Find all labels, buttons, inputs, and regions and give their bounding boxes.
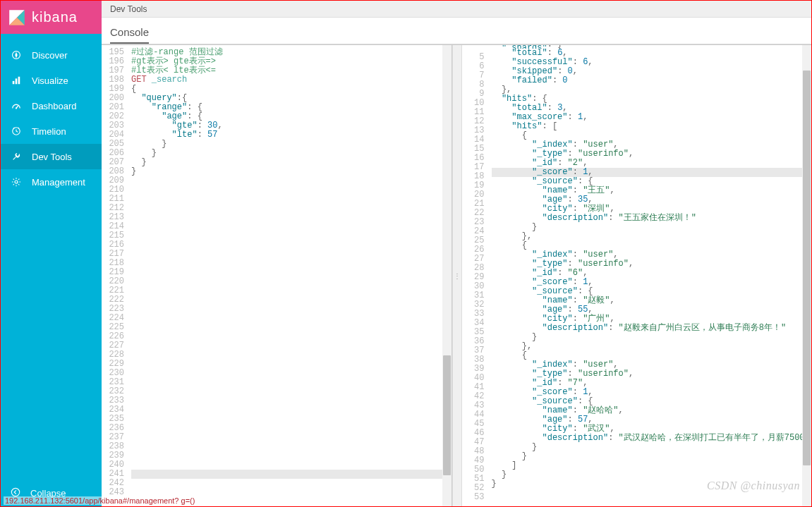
svg-point-6 [15, 181, 18, 183]
svg-rect-3 [18, 77, 20, 85]
sidebar-item-label: Visualize [32, 75, 68, 86]
sidebar-item-dev-tools[interactable]: Dev Tools [1, 144, 102, 169]
editor-area: 1951961971981992002012022032042052062072… [102, 44, 811, 506]
svg-rect-1 [13, 81, 15, 84]
compass-icon [11, 49, 22, 61]
logo[interactable]: kibana [1, 1, 102, 34]
sidebar-item-label: Dev Tools [32, 152, 72, 162]
sidebar-item-discover[interactable]: Discover [1, 42, 102, 68]
sidebar-item-dashboard[interactable]: Dashboard [1, 93, 102, 118]
response-scrollbar[interactable] [802, 45, 811, 506]
tab-console[interactable]: Console [110, 22, 149, 44]
request-pane[interactable]: 1951961971981992002012022032042052062072… [102, 45, 452, 506]
status-url: 192.168.211.132:5601/app/kibana#/managem… [4, 496, 196, 505]
svg-line-5 [16, 106, 18, 109]
sidebar-item-visualize[interactable]: Visualize [1, 68, 102, 93]
tab-row: Console [102, 18, 811, 44]
sidebar-item-label: Management [32, 177, 85, 188]
kibana-logo-icon [8, 8, 26, 27]
gear-icon [11, 176, 22, 188]
sidebar-item-label: Discover [32, 50, 68, 61]
response-pane[interactable]: 5678910111213141516171819202122232425262… [462, 45, 812, 506]
clock-icon [11, 126, 22, 137]
sidebar-item-management[interactable]: Management [1, 169, 102, 195]
svg-rect-2 [16, 78, 18, 84]
sidebar: kibana DiscoverVisualizeDashboardTimelio… [1, 1, 102, 506]
sidebar-item-label: Dashboard [32, 101, 77, 111]
wrench-icon [11, 151, 22, 162]
sidebar-item-timelion[interactable]: Timelion [1, 118, 102, 144]
pane-splitter[interactable]: ⋮⋮ [452, 45, 462, 506]
breadcrumb-bar: Dev Tools [102, 1, 811, 18]
gauge-icon [11, 100, 22, 111]
breadcrumb: Dev Tools [110, 4, 147, 14]
svg-point-7 [11, 488, 19, 496]
logo-text: kibana [32, 9, 78, 25]
main-content: Dev Tools Console 1951961971981992002012… [102, 1, 811, 506]
sidebar-item-label: Timelion [32, 126, 66, 137]
request-scrollbar[interactable] [442, 45, 452, 506]
bar-chart-icon [11, 75, 22, 86]
